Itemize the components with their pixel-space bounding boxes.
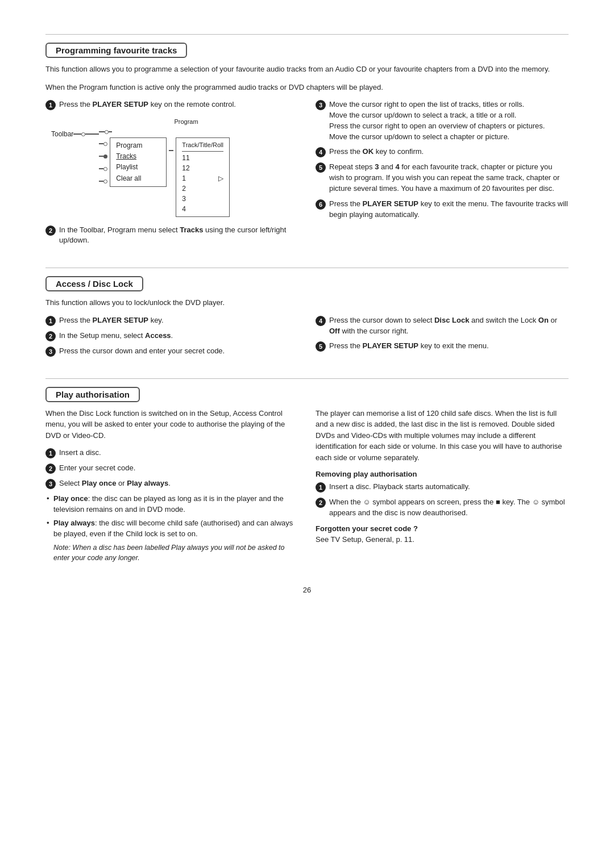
page-number: 26	[45, 586, 569, 594]
playauth-step-3: 3 Select Play once or Play always.	[45, 478, 298, 489]
removing-step-text-2: When the ☺ symbol appears on screen, pre…	[329, 497, 569, 519]
c4	[99, 181, 103, 182]
track-11: 11	[182, 153, 223, 163]
access-header: Access / Disc Lock	[45, 276, 143, 291]
step-text-2: In the Toolbar, Program menu select Trac…	[59, 225, 298, 247]
step-1: 1 Press the PLAYER SETUP key on the remo…	[45, 99, 298, 110]
step-num-2: 2	[45, 226, 56, 236]
programming-section: Programming favourite tracks This functi…	[45, 34, 569, 251]
diagram: Program Toolbar	[51, 118, 298, 217]
access-step-3: 3 Press the cursor down and enter your s…	[45, 346, 298, 357]
access-step-num-1: 1	[45, 316, 56, 326]
removing-step-num-1: 1	[316, 482, 326, 493]
access-step-text-2: In the Setup menu, select Access.	[59, 331, 298, 341]
access-right: 4 Press the cursor down to select Disc L…	[316, 315, 569, 361]
access-left: 1 Press the PLAYER SETUP key. 2 In the S…	[45, 315, 298, 361]
step-num-6: 6	[316, 199, 326, 210]
removing-header: Removing play authorisation	[316, 470, 569, 478]
track-3: 3	[182, 194, 223, 204]
playauth-header: Play authorisation	[45, 387, 140, 402]
menu-list: Program Tracks Playlist Clear all	[110, 137, 167, 187]
step-3: 3 Move the cursor right to open the list…	[316, 99, 569, 142]
track-list-wrapper: Track/Title/Roll 11 12 1 ▷ 2 3 4	[176, 137, 230, 217]
d-tracks	[103, 155, 107, 158]
playauth-step-num-3: 3	[45, 479, 56, 489]
menu-playlist: Playlist	[116, 162, 160, 173]
removing-step-1: 1 Insert a disc. Playback starts automat…	[316, 482, 569, 493]
step-text-6: Press the PLAYER SETUP key to exit the m…	[329, 199, 569, 220]
access-step-text-1: Press the PLAYER SETUP key.	[59, 315, 298, 326]
playauth-section: Play authorisation When the Disc Lock fu…	[45, 378, 569, 563]
bullet-play-always: Play always: the disc will become child …	[53, 518, 298, 540]
menu-clearall: Clear all	[116, 173, 160, 184]
playauth-intro: When the Disc Lock function is switched …	[45, 408, 298, 441]
step-num-1: 1	[45, 100, 56, 110]
access-step-4: 4 Press the cursor down to select Disc L…	[316, 315, 569, 337]
step-num-5: 5	[316, 162, 326, 173]
programming-right: 3 Move the cursor right to open the list…	[316, 99, 569, 251]
playauth-step-text-3: Select Play once or Play always.	[59, 478, 298, 489]
step-num-3: 3	[316, 100, 326, 110]
track-12: 12	[182, 163, 223, 173]
access-step-num-4: 4	[316, 316, 326, 326]
page-content: Programming favourite tracks This functi…	[45, 34, 569, 594]
forgotten-text: See TV Setup, General, p. 11.	[316, 535, 569, 544]
c2	[99, 156, 103, 157]
c3	[99, 168, 103, 169]
programming-intro-2: When the Program function is active only…	[45, 82, 569, 93]
track-2: 2	[182, 183, 223, 194]
playauth-step-text-1: Insert a disc.	[59, 448, 298, 458]
playauth-step-1: 1 Insert a disc.	[45, 448, 298, 458]
access-step-1: 1 Press the PLAYER SETUP key.	[45, 315, 298, 326]
access-step-text-3: Press the cursor down and enter your sec…	[59, 346, 298, 357]
dot-toolbar	[81, 132, 85, 136]
playauth-step-num-2: 2	[45, 464, 56, 474]
step-text-5: Repeat steps 3 and 4 for each favourite …	[329, 162, 569, 194]
access-intro: This function allows you to lock/unlock …	[45, 297, 569, 308]
playauth-step-2: 2 Enter your secret code.	[45, 463, 298, 474]
toolbar-label: Toolbar	[51, 130, 73, 138]
bullet-play-once: Play once: the disc can be played as lon…	[53, 494, 298, 515]
access-step-text-5: Press the PLAYER SETUP key to exit the m…	[329, 341, 569, 352]
playauth-right-intro: The player can memorise a list of 120 ch…	[316, 408, 569, 464]
removing-step-2: 2 When the ☺ symbol appears on screen, p…	[316, 497, 569, 519]
programming-header: Programming favourite tracks	[45, 43, 187, 58]
playauth-columns: When the Disc Lock function is switched …	[45, 408, 569, 563]
step-6: 6 Press the PLAYER SETUP key to exit the…	[316, 199, 569, 220]
playauth-step-num-1: 1	[45, 448, 56, 458]
step-text-3: Move the cursor right to open the list o…	[329, 99, 569, 142]
c1	[99, 143, 103, 144]
program-label: Program	[74, 118, 298, 125]
programming-columns: 1 Press the PLAYER SETUP key on the remo…	[45, 99, 569, 251]
access-step-text-4: Press the cursor down to select Disc Loc…	[329, 315, 569, 337]
connector-toolbar	[73, 133, 81, 135]
connector-p2	[109, 131, 112, 132]
track-4: 4	[182, 204, 223, 214]
playauth-step-text-2: Enter your secret code.	[59, 463, 298, 474]
step-4: 4 Press the OK key to confirm.	[316, 147, 569, 157]
connector-toolbar2	[85, 133, 99, 135]
track-1: 1 ▷	[182, 173, 223, 183]
access-step-num-5: 5	[316, 341, 326, 352]
step-2: 2 In the Toolbar, Program menu select Tr…	[45, 225, 298, 247]
step-text-1: Press the PLAYER SETUP key on the remote…	[59, 99, 298, 110]
dot-program-up	[105, 130, 109, 134]
removing-step-text-1: Insert a disc. Playback starts automatic…	[329, 482, 569, 493]
c-tracks-right	[169, 150, 173, 151]
access-step-num-2: 2	[45, 331, 56, 341]
play-auth-note: Note: When a disc has been labelled Play…	[53, 542, 298, 563]
track-title: Track/Title/Roll	[182, 140, 223, 152]
programming-left: 1 Press the PLAYER SETUP key on the remo…	[45, 99, 298, 251]
access-step-num-3: 3	[45, 347, 56, 357]
menu-program: Program	[116, 140, 160, 151]
track-list: Track/Title/Roll 11 12 1 ▷ 2 3 4	[176, 137, 230, 217]
access-step-5: 5 Press the PLAYER SETUP key to exit the…	[316, 341, 569, 352]
d-program	[103, 142, 107, 146]
connector-p	[99, 131, 105, 132]
removing-step-num-2: 2	[316, 498, 326, 508]
access-step-2: 2 In the Setup menu, select Access.	[45, 331, 298, 341]
playauth-right: The player can memorise a list of 120 ch…	[316, 408, 569, 563]
step-5: 5 Repeat steps 3 and 4 for each favourit…	[316, 162, 569, 194]
playauth-left: When the Disc Lock function is switched …	[45, 408, 298, 563]
step-text-4: Press the OK key to confirm.	[329, 147, 569, 157]
